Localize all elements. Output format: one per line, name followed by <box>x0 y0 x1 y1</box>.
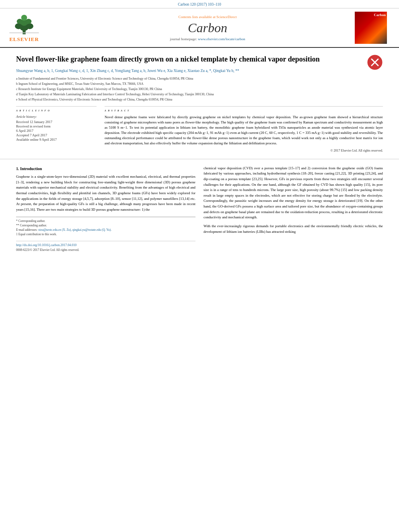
intro-paragraph-1: Graphene is a single-atom-layer two-dime… <box>16 174 195 212</box>
corresponding-author-2: ** Corresponding author. <box>16 223 195 228</box>
elsevier-logo: ELSEVIER <box>8 13 40 43</box>
journal-homepage: journal homepage: www.elsevier.com/locat… <box>68 37 347 41</box>
doi-bar: http://dx.doi.org/10.1016/j.carbon.2017.… <box>16 241 195 254</box>
sciencedirect-link: Contents lists available at ScienceDirec… <box>68 15 347 19</box>
email-info: E-mail addresses: xtzu@uestc.edu.cn (X. … <box>16 228 195 232</box>
available-online: Available online 9 April 2017 <box>16 138 97 142</box>
abstract-text: Novel dense graphene foams were fabricat… <box>105 115 383 146</box>
intro-section-title: 1. Introduction <box>16 166 195 172</box>
abstract-heading: a b s t r a c t <box>105 106 383 112</box>
affiliation-e: e School of Physical Electronics, Univer… <box>16 97 383 102</box>
received-date: Received 12 January 2017 <box>16 120 97 124</box>
elsevier-tree-icon <box>8 13 40 35</box>
svg-point-5 <box>17 18 23 24</box>
intro-paragraph-3: With the ever-increasingly rigorous dema… <box>204 224 383 234</box>
svg-point-6 <box>26 18 32 24</box>
abstract-box: a b s t r a c t Novel dense graphene foa… <box>105 106 383 152</box>
equal-contribution: 1 Equal contribution to this work. <box>16 232 195 236</box>
svg-rect-8 <box>9 32 39 33</box>
body-col-right: chemical vapor deposition (CVD) over a p… <box>204 166 383 254</box>
author-list: Shuangyue Wang a, b, 1, Gongkai Wang c, … <box>16 68 383 74</box>
copyright-notice: © 2017 Elsevier Ltd. All rights reserved… <box>105 149 383 152</box>
intro-paragraph-2: chemical vapor deposition (CVD) over a p… <box>204 166 383 220</box>
issn-line: 0008-6223/© 2017 Elsevier Ltd. All right… <box>16 248 195 253</box>
revised-date: 6 April 2017 <box>16 129 97 133</box>
body-columns: 1. Introduction Graphene is a single-ato… <box>16 166 383 254</box>
elsevier-logo-container: ELSEVIER <box>8 13 60 43</box>
body-section: 1. Introduction Graphene is a single-ato… <box>0 159 399 254</box>
email-link-2[interactable]: qingkai.yu@txstate.edu (Q. Yu). <box>72 228 111 232</box>
email-link-1[interactable]: xtzu@uestc.edu.cn (X. Zu), <box>38 228 72 232</box>
affiliation-b: b Ingram School of Engineering, and MSEC… <box>16 82 383 86</box>
paper-title: Novel flower-like graphene foam directly… <box>16 54 383 64</box>
homepage-link[interactable]: www.elsevier.com/locate/carbon <box>198 37 245 41</box>
article-info-box: a r t i c l e i n f o Article history: R… <box>16 106 97 152</box>
article-info-abstract: a r t i c l e i n f o Article history: R… <box>16 106 383 159</box>
revised-label: Received in revised form <box>16 124 97 128</box>
journal-cover: Carbon <box>355 12 391 44</box>
article-info-heading: a r t i c l e i n f o <box>16 106 97 112</box>
footnote-section: * Corresponding author. ** Corresponding… <box>16 217 195 237</box>
journal-header: ELSEVIER Contents lists available at Sci… <box>0 8 399 48</box>
affiliation-a: a Institute of Fundamental and Frontier … <box>16 76 383 81</box>
history-label: Article history: <box>16 115 97 119</box>
affiliation-c: c Research Institute for Energy Equipmen… <box>16 87 383 92</box>
body-col-left: 1. Introduction Graphene is a single-ato… <box>16 166 195 254</box>
svg-point-7 <box>21 14 27 21</box>
accepted-date: Accepted 7 April 2017 <box>16 133 97 137</box>
doi-link[interactable]: http://dx.doi.org/10.1016/j.carbon.2017.… <box>16 243 195 248</box>
crossmark-icon <box>367 54 383 70</box>
journal-citation: Carbon 120 (2017) 103–110 <box>0 0 399 8</box>
elsevier-wordmark: ELSEVIER <box>9 36 39 43</box>
journal-info-center: Contents lists available at ScienceDirec… <box>60 15 355 41</box>
carbon-cover-image: Carbon <box>355 12 387 44</box>
paper-section: Novel flower-like graphene foam directly… <box>0 48 399 159</box>
journal-title: Carbon <box>68 21 347 35</box>
affiliations: a Institute of Fundamental and Frontier … <box>16 76 383 102</box>
corresponding-author-1: * Corresponding author. <box>16 219 195 223</box>
affiliation-d: d Tianjin Key Laboratory of Materials La… <box>16 92 383 97</box>
